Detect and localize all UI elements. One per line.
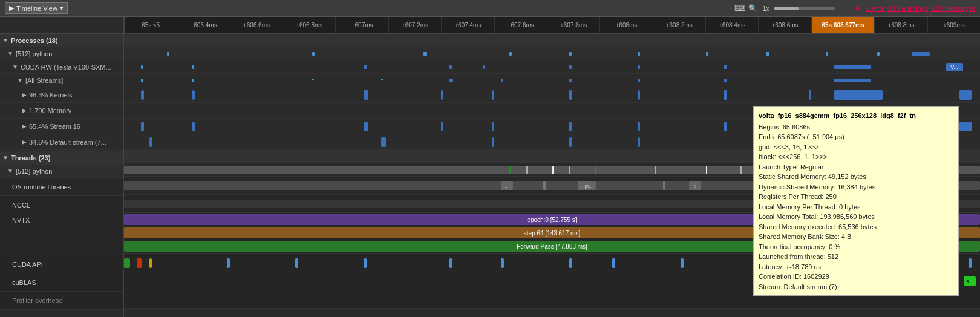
tooltip-line-14: Latency: +-18.789 us xyxy=(759,262,953,272)
stream16-row[interactable]: ▶ 65.4% Stream 16 xyxy=(0,119,123,134)
zoom-label: 1x xyxy=(762,5,769,12)
cuda-hw[interactable]: ▼ CUDA HW (Tesla V100-SXM... xyxy=(0,60,123,74)
tooltip-line-4: Launch Type: Regular xyxy=(759,162,953,172)
tooltip-line-10: Shared Memory executed: 65,536 bytes xyxy=(759,222,953,232)
view-label: Timeline View xyxy=(16,5,57,12)
ruler: 65s ≤5 +606.4ms +606.6ms +606.8ms +607ms… xyxy=(124,17,980,34)
left-panel: ▼ Processes (18) ▼ [512] python ▼ CUDA H… xyxy=(0,17,124,317)
tooltip-line-11: Shared Memory Bank Size: 4 B xyxy=(759,232,953,242)
all-streams[interactable]: ▼ [All Streams] xyxy=(0,74,123,87)
cuda-api-row: CUDA API xyxy=(0,255,123,273)
threads-header[interactable]: ▼ Threads (23) xyxy=(0,151,123,165)
kernels-row[interactable]: ▶ 98.3% Kernels xyxy=(0,87,123,103)
error-icon: ✕ xyxy=(854,4,861,13)
toolbar: ▶ Timeline View ▾ ⌨ 🔍 1x ✕ 1 error, 195 … xyxy=(0,0,980,17)
python-process[interactable]: ▼ [512] python xyxy=(0,47,123,60)
view-selector[interactable]: ▶ Timeline View ▾ xyxy=(5,2,68,14)
search-icon: 🔍 xyxy=(748,4,757,13)
app: ▶ Timeline View ▾ ⌨ 🔍 1x ✕ 1 error, 195 … xyxy=(0,0,980,317)
zoom-controls: ⌨ 🔍 1x xyxy=(734,4,835,13)
memory-label: 1.790 Memory xyxy=(29,107,71,114)
view-icon: ▶ xyxy=(9,4,14,12)
processes-header[interactable]: ▼ Processes (18) xyxy=(0,34,123,47)
tooltip-line-0: Begins: 65.6086s xyxy=(759,122,953,132)
tooltip-line-7: Registers Per Thread: 250 xyxy=(759,192,953,202)
processes-track xyxy=(124,34,980,47)
collapse-arrow: ▼ xyxy=(2,37,8,44)
cublas-block-2: s... xyxy=(964,276,976,286)
kernel-tooltip: volta_fp16_s884gemm_fp16_256x128_ldg8_f2… xyxy=(753,106,959,296)
default-stream-row[interactable]: ▶ 34.6% Default stream (7... xyxy=(0,134,123,150)
nccl-row: NCCL xyxy=(0,196,123,214)
tooltip-line-2: grid: <<<3, 16, 1>>> xyxy=(759,142,953,152)
tooltip-line-15: Correlation ID: 1602929 xyxy=(759,272,953,282)
tooltip-line-16: Stream: Default stream (7) xyxy=(759,282,953,292)
cublas-row: cuBLAS xyxy=(0,273,123,292)
cuda-hw-track: V... xyxy=(124,60,980,74)
tooltip-line-5: Static Shared Memory: 49,152 bytes xyxy=(759,172,953,182)
tooltip-line-8: Local Memory Per Thread: 0 bytes xyxy=(759,202,953,212)
kernels-track xyxy=(124,87,980,103)
all-streams-track xyxy=(124,74,980,87)
processes-label: Processes (18) xyxy=(11,37,58,44)
os-runtime: OS runtime libraries xyxy=(0,178,123,196)
python-process-track xyxy=(124,47,980,60)
profiler-overhead-row: Profiler overhead xyxy=(0,292,123,310)
error-badge[interactable]: 1 error, 195 warnings, 109 messages xyxy=(866,5,975,12)
tooltip-line-12: Theoretical occupancy: 0 % xyxy=(759,242,953,252)
tooltip-line-13: Launched from thread: 512 xyxy=(759,252,953,262)
tooltip-line-1: Ends: 65.6087s (+51.904 µs) xyxy=(759,132,953,142)
tooltip-line-3: block: <<<256, 1, 1>>> xyxy=(759,152,953,162)
memory-row[interactable]: ▶ 1.790 Memory xyxy=(0,103,123,119)
tooltip-line-9: Local Memory Total: 193,986,560 bytes xyxy=(759,212,953,222)
keyboard-icon: ⌨ xyxy=(734,4,746,13)
python-thread[interactable]: ▼ [512] python xyxy=(0,165,123,178)
tooltip-line-6: Dynamic Shared Memory: 16,384 bytes xyxy=(759,182,953,192)
nvtx-row: NVTX xyxy=(0,214,123,255)
zoom-slider[interactable] xyxy=(774,7,835,10)
dropdown-icon: ▾ xyxy=(60,4,64,12)
tooltip-title: volta_fp16_s884gemm_fp16_256x128_ldg8_f2… xyxy=(759,111,953,121)
tracks-container: V... xyxy=(124,34,980,317)
current-time-label: 65s 608.677ms xyxy=(811,17,875,33)
